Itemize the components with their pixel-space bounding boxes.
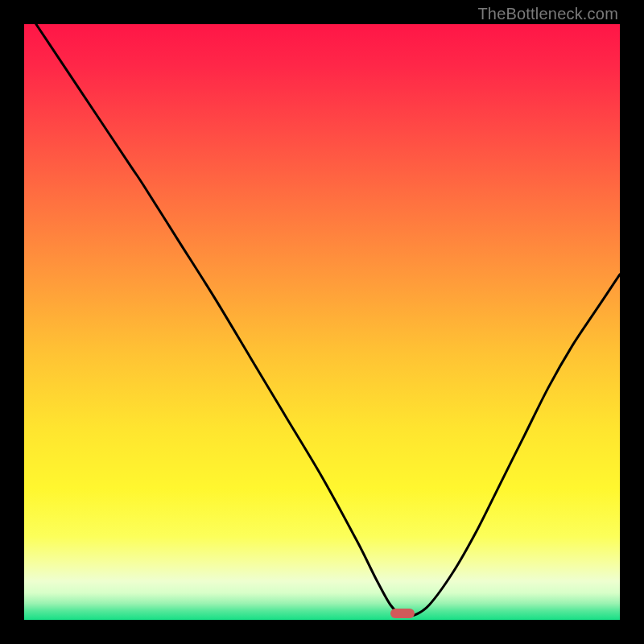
plot-area — [24, 24, 620, 620]
bottleneck-curve — [24, 24, 620, 620]
optimal-marker — [390, 609, 415, 618]
watermark-text: TheBottleneck.com — [477, 5, 618, 23]
chart-frame: TheBottleneck.com — [0, 0, 644, 644]
